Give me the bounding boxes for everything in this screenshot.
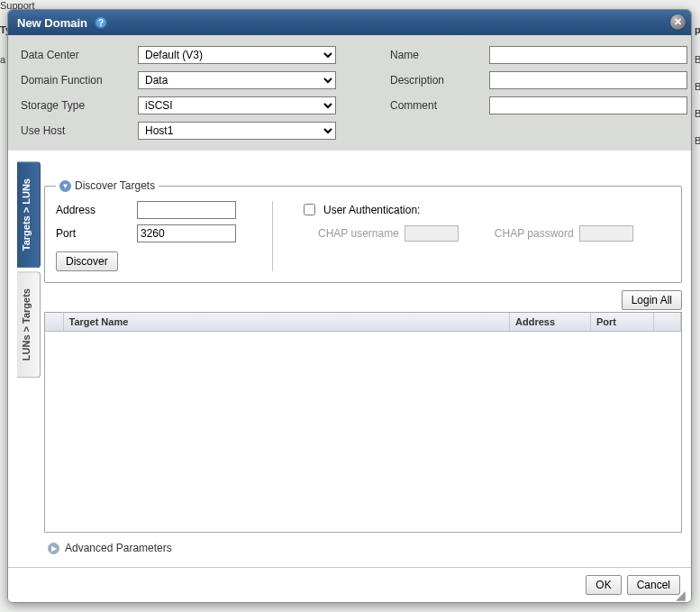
user-auth-label: User Authentication:	[323, 204, 420, 216]
col-port[interactable]: Port	[591, 313, 654, 332]
bg-b3: B	[695, 108, 700, 119]
chap-username-input	[405, 225, 459, 242]
content-area: Targets > LUNs LUNs > Targets ▼ Discover…	[8, 151, 691, 567]
tab-content: ▼ Discover Targets Address Port Discover	[44, 161, 682, 558]
description-label: Description	[390, 74, 489, 87]
divider	[272, 201, 273, 271]
storage-type-label: Storage Type	[21, 99, 138, 112]
advanced-parameters-toggle[interactable]: ▶ Advanced Parameters	[44, 533, 682, 558]
discover-button[interactable]: Discover	[56, 251, 118, 271]
dialog-footer: OK Cancel ◢	[8, 567, 691, 602]
bg-b4: B	[695, 135, 700, 146]
dialog-titlebar: New Domain ? ✕	[8, 10, 691, 35]
vertical-tabs: Targets > LUNs LUNs > Targets	[17, 161, 41, 558]
bg-a: a	[0, 54, 5, 65]
port-input[interactable]	[137, 224, 236, 242]
dialog-title: New Domain	[17, 16, 87, 30]
name-input[interactable]	[489, 46, 687, 64]
bg-b2: B	[695, 81, 700, 92]
address-label: Address	[56, 204, 137, 216]
bg-p: p	[695, 24, 700, 35]
name-label: Name	[390, 49, 489, 61]
tab-luns-targets[interactable]: LUNs > Targets	[17, 271, 41, 378]
chap-username-label: CHAP username	[318, 227, 399, 240]
domain-function-select[interactable]: Data	[138, 71, 336, 89]
description-input[interactable]	[489, 71, 687, 89]
col-address[interactable]: Address	[510, 313, 591, 332]
comment-input[interactable]	[489, 96, 687, 114]
data-center-select[interactable]: Default (V3)	[138, 46, 336, 64]
col-expand	[45, 313, 63, 332]
close-icon[interactable]: ✕	[670, 14, 686, 30]
form-area: Data Center Default (V3) Name Domain Fun…	[8, 35, 691, 151]
domain-function-label: Domain Function	[21, 74, 138, 87]
ok-button[interactable]: OK	[586, 575, 621, 595]
collapse-icon[interactable]: ▼	[59, 180, 71, 192]
port-label: Port	[56, 227, 137, 240]
discover-targets-fieldset: ▼ Discover Targets Address Port Discover	[44, 179, 682, 283]
discover-legend-text: Discover Targets	[75, 179, 155, 192]
tab-targets-luns[interactable]: Targets > LUNs	[17, 161, 41, 268]
targets-table: Target Name Address Port	[45, 313, 681, 332]
cancel-button[interactable]: Cancel	[627, 575, 680, 595]
targets-table-wrap: Target Name Address Port	[44, 312, 682, 533]
storage-type-select[interactable]: iSCSI	[138, 96, 336, 114]
discover-legend: ▼ Discover Targets	[56, 179, 159, 192]
chap-password-input	[579, 225, 633, 242]
chevron-right-icon: ▶	[48, 543, 59, 554]
col-action	[654, 313, 681, 332]
chap-password-label: CHAP password	[495, 227, 574, 240]
data-center-label: Data Center	[21, 49, 138, 61]
new-domain-dialog: New Domain ? ✕ Data Center Default (V3) …	[7, 9, 692, 603]
login-all-button[interactable]: Login All	[622, 290, 682, 310]
bg-b1: B	[695, 54, 700, 65]
user-auth-checkbox[interactable]	[304, 204, 315, 215]
comment-label: Comment	[390, 99, 489, 112]
use-host-label: Use Host	[21, 124, 138, 137]
address-input[interactable]	[137, 201, 236, 219]
use-host-select[interactable]: Host1	[138, 122, 336, 140]
advanced-parameters-label: Advanced Parameters	[65, 542, 172, 554]
col-target-name[interactable]: Target Name	[63, 313, 510, 332]
table-header-row: Target Name Address Port	[45, 313, 681, 332]
help-icon[interactable]: ?	[95, 16, 107, 29]
